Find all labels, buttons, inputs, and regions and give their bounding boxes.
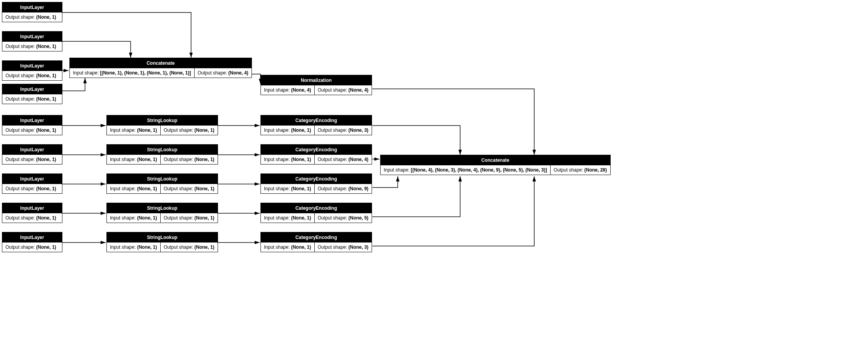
layer-name: InputLayer	[2, 84, 62, 94]
layer-name: StringLookup	[107, 203, 218, 213]
node-input-4: InputLayer Output shape: (None, 1)	[2, 84, 62, 104]
layer-name: Concatenate	[381, 155, 610, 165]
layer-name: StringLookup	[107, 145, 218, 155]
layer-name: CategoryEncoding	[261, 174, 372, 184]
node-input-3: InputLayer Output shape: (None, 1)	[2, 60, 62, 81]
node-categoryencoding-5: CategoryEncoding Input shape: (None, 1) …	[260, 232, 372, 252]
layer-name: StringLookup	[107, 174, 218, 184]
node-stringlookup-5: StringLookup Input shape: (None, 1) Outp…	[106, 232, 218, 252]
node-concatenate-2: Concatenate Input shape: [(None, 4), (No…	[380, 155, 611, 175]
layer-name: Normalization	[261, 75, 372, 85]
node-stringlookup-3: StringLookup Input shape: (None, 1) Outp…	[106, 173, 218, 194]
layer-name: Concatenate	[70, 58, 252, 68]
layer-name: StringLookup	[107, 232, 218, 242]
node-categoryencoding-2: CategoryEncoding Input shape: (None, 1) …	[260, 144, 372, 165]
node-input-6: InputLayer Output shape: (None, 1)	[2, 144, 62, 165]
node-stringlookup-2: StringLookup Input shape: (None, 1) Outp…	[106, 144, 218, 165]
node-concatenate-1: Concatenate Input shape: [(None, 1), (No…	[69, 58, 252, 78]
node-stringlookup-1: StringLookup Input shape: (None, 1) Outp…	[106, 115, 218, 135]
layer-name: InputLayer	[2, 61, 62, 71]
node-input-1: InputLayer Output shape: (None, 1)	[2, 2, 62, 22]
layer-name: InputLayer	[2, 203, 62, 213]
layer-name: CategoryEncoding	[261, 115, 372, 126]
layer-name: InputLayer	[2, 232, 62, 242]
node-normalization: Normalization Input shape: (None, 4) Out…	[260, 75, 372, 95]
layer-name: InputLayer	[2, 174, 62, 184]
layer-name: CategoryEncoding	[261, 203, 372, 213]
node-categoryencoding-1: CategoryEncoding Input shape: (None, 1) …	[260, 115, 372, 135]
layer-name: CategoryEncoding	[261, 232, 372, 242]
layer-name: StringLookup	[107, 115, 218, 126]
layer-name: InputLayer	[2, 145, 62, 155]
node-categoryencoding-4: CategoryEncoding Input shape: (None, 1) …	[260, 203, 372, 223]
layer-name: InputLayer	[2, 32, 62, 42]
node-input-5: InputLayer Output shape: (None, 1)	[2, 115, 62, 135]
node-input-2: InputLayer Output shape: (None, 1)	[2, 31, 62, 51]
node-input-8: InputLayer Output shape: (None, 1)	[2, 203, 62, 223]
node-categoryencoding-3: CategoryEncoding Input shape: (None, 1) …	[260, 173, 372, 194]
layer-name: CategoryEncoding	[261, 145, 372, 155]
layer-name: InputLayer	[2, 115, 62, 126]
node-input-7: InputLayer Output shape: (None, 1)	[2, 173, 62, 194]
node-stringlookup-4: StringLookup Input shape: (None, 1) Outp…	[106, 203, 218, 223]
layer-name: InputLayer	[2, 2, 62, 12]
node-input-9: InputLayer Output shape: (None, 1)	[2, 232, 62, 252]
